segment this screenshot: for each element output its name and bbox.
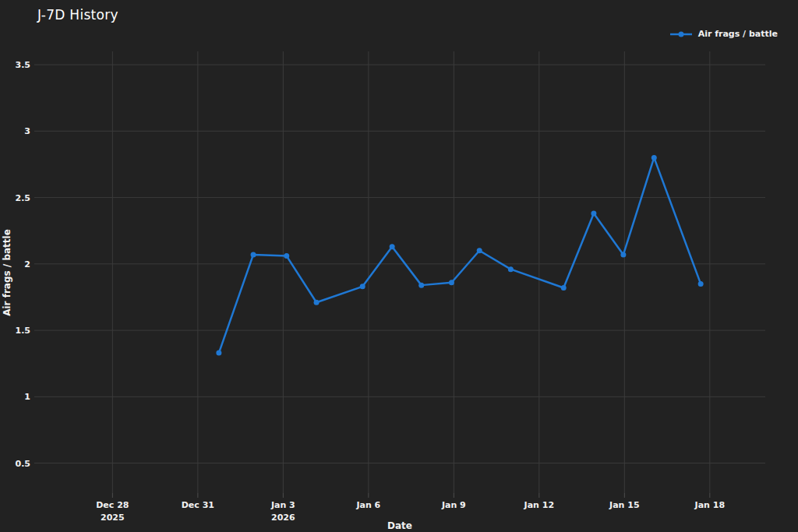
y-axis-title: Air frags / battle <box>2 229 12 316</box>
x-axis-title: Date <box>387 520 412 531</box>
data-point-marker <box>216 351 221 356</box>
data-point-marker <box>651 155 657 160</box>
data-point-marker <box>591 211 596 217</box>
x-tick-label: Jan 12 <box>524 500 554 510</box>
data-point-marker <box>698 281 704 287</box>
x-tick-label: Jan 6 <box>355 500 380 510</box>
data-point-marker <box>449 280 454 285</box>
x-tick-label: Jan 15 <box>609 500 639 510</box>
y-tick-label: 0.5 <box>16 459 31 469</box>
data-point-marker <box>477 248 482 253</box>
data-point-marker <box>418 283 424 288</box>
data-point-marker <box>284 253 289 259</box>
data-point-marker <box>620 252 626 257</box>
data-point-marker <box>251 252 256 257</box>
x-tick-label: Dec 28 <box>96 500 129 510</box>
y-tick-label: 3 <box>24 126 30 136</box>
y-tick-label: 2 <box>24 259 30 270</box>
x-tick-label: Jan 3 <box>270 500 295 510</box>
chart-container: J-7D History Air frags / battle 0.511.52… <box>0 0 798 532</box>
data-point-marker <box>390 244 395 249</box>
x-tick-label: Jan 9 <box>441 500 466 510</box>
series-line <box>219 157 701 353</box>
x-tick-sublabel: 2026 <box>271 513 295 523</box>
y-tick-label: 1.5 <box>16 326 31 336</box>
data-point-marker <box>508 266 514 272</box>
data-point-marker <box>314 300 320 305</box>
x-tick-sublabel: 2025 <box>101 513 125 523</box>
data-point-marker <box>360 284 365 289</box>
plot-area: 0.511.522.533.5Dec 282025Dec 31Jan 32026… <box>0 0 798 532</box>
x-tick-label: Jan 18 <box>694 500 725 510</box>
x-tick-label: Dec 31 <box>182 500 214 510</box>
y-tick-label: 3.5 <box>16 60 31 70</box>
data-point-marker <box>561 285 567 291</box>
y-tick-label: 1 <box>24 392 30 402</box>
y-tick-label: 2.5 <box>16 193 31 203</box>
